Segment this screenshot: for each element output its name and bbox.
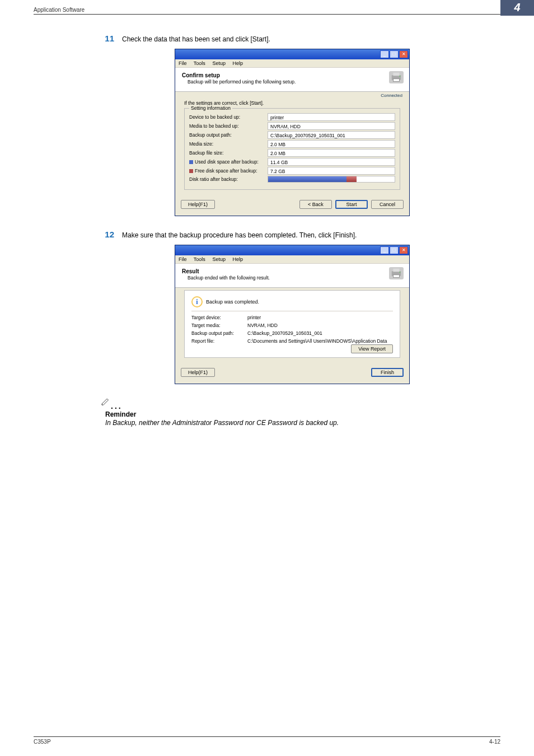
maximize-button[interactable]: □ — [390, 246, 399, 254]
value-target-device: printer — [247, 315, 393, 320]
ratio-used-segment — [268, 176, 346, 182]
printer-icon — [389, 71, 404, 83]
banner-title: Result — [182, 268, 402, 274]
help-button[interactable]: Help(F1) — [181, 368, 215, 377]
back-button[interactable]: < Back — [299, 200, 332, 209]
page-footer: C353P 4-12 — [34, 736, 500, 745]
label-device: Device to be backed up: — [189, 114, 268, 120]
result-info-box: i Backup was completed. Target device: p… — [184, 290, 400, 358]
dots-icon: ... — [111, 402, 123, 410]
view-report-button[interactable]: View Report — [351, 344, 393, 353]
disk-ratio-bar — [268, 176, 395, 183]
menu-tools[interactable]: Tools — [194, 60, 205, 66]
banner: Result Backup ended with the following r… — [175, 264, 409, 288]
confirm-setup-dialog: _ □ ✕ File Tools Setup Help Confirm setu… — [175, 49, 410, 216]
minimize-button[interactable]: _ — [380, 246, 389, 254]
menu-tools[interactable]: Tools — [194, 256, 205, 262]
step-text: Check the data that has been set and cli… — [122, 35, 270, 43]
value-output-path: C:\Backup_20070529_105031_001 — [247, 330, 393, 336]
step-12: 12 Make sure that the backup procedure h… — [101, 230, 484, 239]
value-report-file: C:\Documents and Settings\All Users\WIND… — [247, 338, 393, 344]
label-report-file: Report file: — [191, 338, 247, 344]
value-free-space: 7.2 GB — [268, 167, 395, 175]
info-icon: i — [191, 296, 203, 307]
minimize-button[interactable]: _ — [380, 50, 389, 58]
reminder-title: Reminder — [105, 410, 484, 418]
label-media: Media to be backed up: — [189, 123, 268, 129]
ratio-free-segment — [346, 176, 357, 182]
header-rule — [34, 14, 500, 15]
result-dialog: _ □ ✕ File Tools Setup Help Result Backu… — [175, 245, 410, 384]
menubar: File Tools Setup Help — [175, 59, 409, 68]
banner-subtitle: Backup ended with the following result. — [182, 275, 402, 281]
menu-help[interactable]: Help — [232, 256, 243, 262]
svg-rect-2 — [394, 79, 400, 82]
footer-left: C353P — [34, 739, 51, 745]
titlebar: _ □ ✕ — [175, 49, 409, 59]
menu-setup[interactable]: Setup — [212, 60, 226, 66]
value-path: C:\Backup_20070529_105031_001 — [268, 131, 395, 139]
blue-square-icon — [189, 160, 193, 164]
group-label: Setting information — [189, 105, 232, 111]
step-text: Make sure that the backup procedure has … — [122, 231, 357, 239]
start-button[interactable]: Start — [335, 200, 368, 209]
label-path: Backup output path: — [189, 132, 268, 138]
close-button[interactable]: ✕ — [399, 246, 408, 254]
reminder-body: In Backup, neither the Administrator Pas… — [105, 419, 484, 427]
banner-subtitle: Backup will be performed using the follo… — [182, 79, 402, 85]
section-title: Application Software — [34, 0, 500, 13]
menu-file[interactable]: File — [179, 60, 187, 66]
setting-information-group: Setting information Device to be backed … — [184, 108, 400, 190]
svg-point-3 — [400, 76, 401, 77]
close-button[interactable]: ✕ — [399, 50, 408, 58]
menu-file[interactable]: File — [179, 256, 187, 262]
value-media-size: 2.0 MB — [268, 140, 395, 148]
label-ratio: Disk ratio after backup: — [189, 176, 268, 182]
svg-rect-6 — [394, 275, 400, 278]
banner-title: Confirm setup — [182, 72, 402, 78]
label-backup-size: Backup file size: — [189, 150, 268, 156]
titlebar: _ □ ✕ — [175, 245, 409, 255]
svg-rect-5 — [394, 269, 400, 272]
pencil-icon — [101, 398, 111, 409]
maximize-button[interactable]: □ — [390, 50, 399, 58]
label-target-media: Target media: — [191, 323, 247, 328]
finish-button[interactable]: Finish — [371, 368, 404, 377]
red-square-icon — [189, 169, 193, 173]
chapter-tab: 4 — [500, 0, 534, 16]
menu-help[interactable]: Help — [232, 60, 243, 66]
svg-rect-1 — [394, 73, 400, 76]
label-free-space: Free disk space after backup: — [189, 168, 268, 174]
menubar: File Tools Setup Help — [175, 255, 409, 264]
banner: Confirm setup Backup will be performed u… — [175, 68, 409, 92]
label-target-device: Target device: — [191, 315, 247, 320]
help-button[interactable]: Help(F1) — [181, 200, 215, 209]
label-output-path: Backup output path: — [191, 330, 247, 336]
reminder-block: ... Reminder In Backup, neither the Admi… — [101, 398, 484, 427]
value-media: NVRAM, HDD — [268, 122, 395, 130]
value-device: printer — [268, 113, 395, 121]
menu-setup[interactable]: Setup — [212, 256, 226, 262]
footer-right: 4-12 — [489, 739, 500, 745]
completed-text: Backup was completed. — [206, 299, 259, 305]
value-target-media: NVRAM, HDD — [247, 323, 393, 328]
printer-icon — [389, 267, 404, 279]
connection-status: Connected — [175, 92, 409, 98]
svg-point-7 — [400, 272, 401, 273]
step-number: 11 — [101, 34, 114, 43]
value-backup-size: 2.0 MB — [268, 149, 395, 157]
step-11: 11 Check the data that has been set and … — [101, 34, 484, 43]
step-number: 12 — [101, 230, 114, 239]
label-used-space: Used disk space after backup: — [189, 159, 268, 165]
value-used-space: 11.4 GB — [268, 158, 395, 166]
label-media-size: Media size: — [189, 141, 268, 147]
cancel-button[interactable]: Cancel — [371, 200, 404, 209]
